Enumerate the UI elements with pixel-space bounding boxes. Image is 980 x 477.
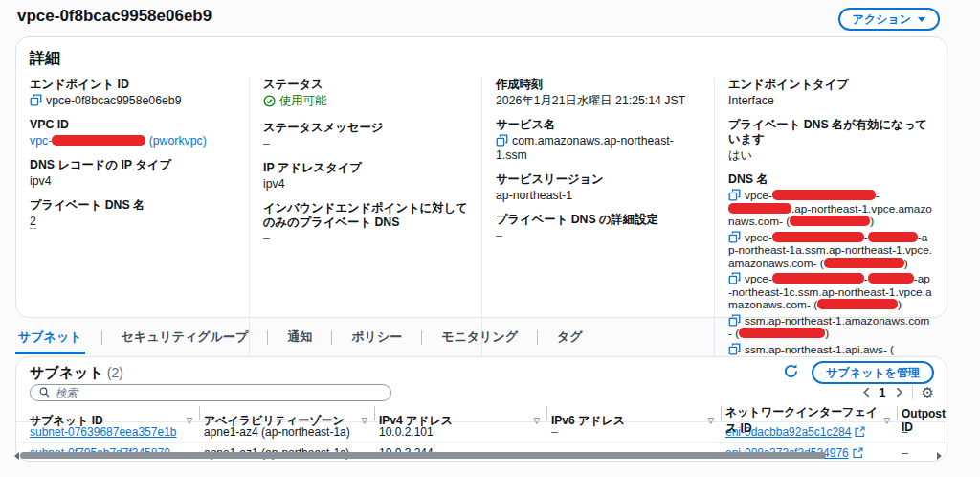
copy-icon[interactable]	[728, 231, 741, 243]
filter-icon[interactable]: ▽	[707, 416, 714, 425]
subnets-count: (2)	[107, 365, 123, 380]
field-label: サービス名	[496, 118, 701, 132]
detail-field: エンドポイント IDvpce-0f8bcac9958e06eb9	[30, 78, 235, 108]
column-header-label: IPv6 アドレス	[551, 413, 625, 429]
redacted-value	[824, 258, 904, 268]
chevron-down-icon	[918, 17, 925, 22]
tab-divider	[101, 330, 102, 345]
subnets-panel-title: サブネット(2)	[30, 364, 123, 382]
filter-icon[interactable]: ▽	[186, 416, 192, 425]
field-label: ステータスメッセージ	[263, 121, 468, 135]
detail-field: プライベート DNS の詳細設定–	[496, 213, 701, 243]
dns-name-entry: vpce---ap-northeast-1a.ssm.ap-northeast-…	[728, 231, 933, 271]
status-available-icon	[263, 95, 276, 107]
redacted-value	[772, 232, 864, 242]
field-value: ipv4	[30, 174, 235, 189]
scroll-left-arrow-icon[interactable]	[14, 452, 19, 460]
detail-field: エンドポイントタイプInterface	[728, 78, 933, 108]
copy-icon[interactable]	[30, 94, 42, 106]
detail-field: DNS レコードの IP タイプipv4	[30, 158, 235, 189]
field-value: vpce-0f8bcac9958e06eb9	[30, 94, 235, 108]
field-label: サービスリージョン	[496, 172, 701, 187]
tab-4[interactable]: ポリシー	[348, 325, 405, 354]
field-value: はい	[728, 148, 933, 163]
filter-icon[interactable]: ▽	[533, 416, 540, 425]
redacted-value	[817, 299, 898, 309]
refresh-icon	[783, 363, 799, 382]
redacted-value	[790, 216, 870, 226]
filter-icon[interactable]: ▽	[883, 416, 890, 425]
field-value: Interface	[728, 94, 933, 108]
page-number[interactable]: 1	[880, 386, 886, 399]
vpc-link[interactable]: vpc- (pworkvpc)	[30, 134, 207, 148]
field-value: 使用可能	[263, 94, 468, 111]
detail-field: VPC IDvpc- (pworkvpc)	[30, 118, 235, 148]
field-label: インバウンドエンドポイントに対してのみのプライベート DNS	[263, 201, 468, 230]
tab-divider	[421, 330, 422, 345]
tab-5[interactable]: モニタリング	[438, 325, 521, 354]
previous-page-icon[interactable]	[862, 387, 871, 398]
copy-icon[interactable]	[728, 314, 741, 327]
field-label: ステータス	[263, 78, 468, 92]
search-icon	[39, 387, 50, 398]
copy-icon[interactable]	[728, 343, 741, 355]
tab-1[interactable]: サブネット	[15, 325, 85, 354]
detail-field: ステータスメッセージ–	[263, 121, 468, 151]
pagination-divider	[912, 385, 913, 399]
status-badge: 使用可能	[263, 94, 326, 108]
column-header-label: IPv4 アドレス	[379, 413, 453, 429]
filter-icon[interactable]: ▽	[361, 416, 368, 425]
redacted-value	[868, 232, 918, 242]
actions-button-label: アクション	[853, 11, 911, 28]
field-label: DNS レコードの IP タイプ	[30, 158, 235, 172]
subnets-panel: サブネット(2) サブネットを管理 1	[15, 356, 947, 462]
field-value: 2	[30, 215, 235, 229]
column-header[interactable]: Outpost ID	[902, 404, 957, 437]
redacted-value	[868, 273, 914, 284]
tab-divider	[267, 330, 268, 345]
field-value: –	[263, 232, 468, 246]
tab-6[interactable]: タグ	[554, 325, 586, 354]
field-label: IP アドレスタイプ	[263, 161, 468, 175]
refresh-button[interactable]	[779, 361, 802, 384]
column-header[interactable]: ネットワークインターフェイス ID▽	[725, 404, 902, 437]
field-label: プライベート DNS 名	[30, 198, 235, 213]
tab-divider	[331, 330, 332, 345]
column-header[interactable]: アベイラビリティーゾーン▽	[204, 404, 379, 437]
search-box[interactable]	[30, 384, 391, 401]
page-title: vpce-0f8bcac9958e06eb9	[17, 7, 212, 26]
detail-field: IP アドレスタイプipv4	[263, 161, 468, 192]
tab-3[interactable]: 通知	[284, 325, 315, 354]
table-settings-gear-icon[interactable]: ⚙	[922, 386, 934, 399]
redacted-value	[772, 190, 876, 200]
scroll-right-arrow-icon[interactable]	[937, 452, 942, 460]
table-header-row: サブネット ID▽アベイラビリティーゾーン▽IPv4 アドレス▽IPv6 アドレ…	[16, 404, 947, 422]
redacted-value	[728, 203, 791, 214]
manage-subnets-button[interactable]: サブネットを管理	[812, 361, 934, 384]
tab-2[interactable]: セキュリティグループ	[119, 325, 252, 354]
scrollbar-thumb[interactable]	[20, 452, 826, 459]
detail-field: サービス名com.amazonaws.ap-northeast-1.ssm	[496, 118, 701, 163]
field-label: エンドポイントタイプ	[728, 78, 933, 92]
horizontal-scrollbar[interactable]	[16, 451, 947, 460]
redacted-value	[739, 328, 825, 338]
field-label: プライベート DNS 名が有効になっています	[728, 118, 933, 147]
field-value: –	[496, 229, 701, 243]
actions-button[interactable]: アクション	[838, 8, 940, 31]
redacted-value	[772, 273, 864, 284]
column-header[interactable]: IPv6 アドレス▽	[551, 404, 725, 437]
tab-divider	[537, 330, 538, 345]
detail-field: プライベート DNS 名2	[30, 198, 235, 229]
next-page-icon[interactable]	[895, 387, 903, 398]
detail-field: DNS 名vpce--.ap-northeast-1.vpce.amazonaw…	[728, 172, 933, 370]
column-header[interactable]: サブネット ID▽	[30, 404, 204, 437]
column-header[interactable]: IPv4 アドレス▽	[379, 404, 551, 437]
details-panel: 詳細 エンドポイント IDvpce-0f8bcac9958e06eb9VPC I…	[15, 36, 947, 318]
column-header-label: アベイラビリティーゾーン	[204, 413, 345, 429]
field-value: ap-northeast-1	[496, 189, 701, 203]
copy-icon[interactable]	[496, 134, 508, 147]
search-input[interactable]	[56, 387, 382, 398]
copy-icon[interactable]	[728, 189, 741, 201]
copy-icon[interactable]	[728, 272, 741, 284]
private-dns-count[interactable]: 2	[30, 215, 36, 229]
